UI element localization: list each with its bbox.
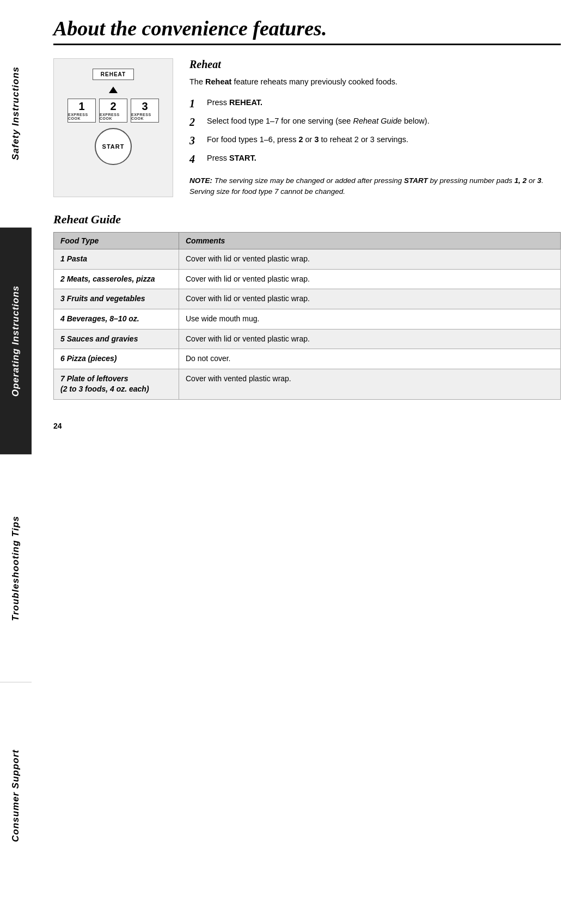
- reheat-guide-heading: Reheat Guide: [53, 212, 561, 227]
- sidebar-section-consumer: Consumer Support: [0, 682, 32, 910]
- food-type-cell: 5 Sauces and gravies: [54, 329, 179, 349]
- main-content: About the convenience features. REHEAT 1…: [32, 0, 588, 909]
- reheat-intro: The Reheat feature reheats many previous…: [189, 76, 561, 88]
- top-section: REHEAT 1 EXPRESS COOK 2 EXPRESS COOK 3 E…: [53, 58, 561, 197]
- step-1-text: Press REHEAT.: [207, 97, 262, 109]
- keypad-illustration: REHEAT 1 EXPRESS COOK 2 EXPRESS COOK 3 E…: [53, 58, 173, 197]
- reheat-heading: Reheat: [189, 58, 561, 71]
- food-type-cell: 2 Meats, casseroles, pizza: [54, 269, 179, 289]
- sidebar-label-safety: Safety Instructions: [10, 66, 21, 160]
- sidebar-label-operating: Operating Instructions: [10, 285, 21, 396]
- comment-cell: Cover with vented plastic wrap.: [179, 369, 561, 399]
- page-number: 24: [53, 422, 561, 430]
- reheat-label: REHEAT: [93, 69, 134, 80]
- button-1-label: EXPRESS COOK: [68, 113, 95, 120]
- button-2-number: 2: [110, 101, 116, 112]
- steps-list: 1 Press REHEAT. 2 Select food type 1–7 f…: [189, 97, 561, 166]
- comment-cell: Cover with lid or vented plastic wrap.: [179, 329, 561, 349]
- sidebar-section-troubleshooting: Troubleshooting Tips: [0, 455, 32, 682]
- reheat-guide-section: Reheat Guide Food Type Comments 1 PastaC…: [53, 212, 561, 400]
- comment-cell: Do not cover.: [179, 349, 561, 369]
- reheat-note: NOTE: The serving size may be changed or…: [189, 175, 561, 198]
- step-2-text: Select food type 1–7 for one serving (se…: [207, 115, 430, 127]
- start-button-label: START: [102, 143, 125, 150]
- table-row: 2 Meats, casseroles, pizzaCover with lid…: [54, 269, 561, 289]
- table-row: 5 Sauces and graviesCover with lid or ve…: [54, 329, 561, 349]
- step-2: 2 Select food type 1–7 for one serving (…: [189, 115, 561, 129]
- step-3: 3 For food types 1–6, press 2 or 3 to re…: [189, 134, 561, 147]
- step-4: 4 Press START.: [189, 152, 561, 166]
- button-2-label: EXPRESS COOK: [100, 113, 127, 120]
- col-comments: Comments: [179, 233, 561, 249]
- step-3-number: 3: [189, 134, 201, 147]
- food-type-cell: 6 Pizza (pieces): [54, 349, 179, 369]
- page-title: About the convenience features.: [53, 16, 561, 40]
- sidebar-label-troubleshooting: Troubleshooting Tips: [10, 516, 21, 621]
- sidebar-section-safety: Safety Instructions: [0, 0, 32, 228]
- button-1-number: 1: [78, 101, 84, 112]
- step-1: 1 Press REHEAT.: [189, 97, 561, 110]
- table-row: 6 Pizza (pieces)Do not cover.: [54, 349, 561, 369]
- title-divider: [53, 44, 561, 45]
- comment-cell: Cover with lid or vented plastic wrap.: [179, 289, 561, 309]
- reheat-instructions: Reheat The Reheat feature reheats many p…: [189, 58, 561, 197]
- button-1: 1 EXPRESS COOK: [68, 99, 96, 123]
- number-buttons-row: 1 EXPRESS COOK 2 EXPRESS COOK 3 EXPRESS …: [68, 99, 159, 123]
- col-food-type: Food Type: [54, 233, 179, 249]
- table-row: 4 Beverages, 8–10 oz.Use wide mouth mug.: [54, 309, 561, 330]
- table-row: 7 Plate of leftovers(2 to 3 foods, 4 oz.…: [54, 369, 561, 399]
- comment-cell: Cover with lid or vented plastic wrap.: [179, 249, 561, 270]
- step-4-text: Press START.: [207, 152, 256, 164]
- step-3-text: For food types 1–6, press 2 or 3 to rehe…: [207, 134, 408, 146]
- comment-cell: Use wide mouth mug.: [179, 309, 561, 330]
- button-2: 2 EXPRESS COOK: [99, 99, 127, 123]
- sidebar: Safety Instructions Operating Instructio…: [0, 0, 32, 909]
- button-3-label: EXPRESS COOK: [131, 113, 158, 120]
- step-4-number: 4: [189, 152, 201, 166]
- triangle-up-icon: [109, 87, 118, 93]
- comment-cell: Cover with lid or vented plastic wrap.: [179, 269, 561, 289]
- sidebar-section-operating: Operating Instructions: [0, 228, 32, 455]
- step-1-number: 1: [189, 97, 201, 110]
- button-3-number: 3: [142, 101, 148, 112]
- reheat-bold: Reheat: [205, 77, 231, 86]
- table-row: 1 PastaCover with lid or vented plastic …: [54, 249, 561, 270]
- start-button: START: [95, 128, 132, 165]
- step-2-number: 2: [189, 115, 201, 129]
- table-row: 3 Fruits and vegetablesCover with lid or…: [54, 289, 561, 309]
- reheat-guide-table: Food Type Comments 1 PastaCover with lid…: [53, 232, 561, 400]
- food-type-cell: 4 Beverages, 8–10 oz.: [54, 309, 179, 330]
- table-header-row: Food Type Comments: [54, 233, 561, 249]
- food-type-cell: 7 Plate of leftovers(2 to 3 foods, 4 oz.…: [54, 369, 179, 399]
- sidebar-label-consumer: Consumer Support: [10, 749, 21, 842]
- food-type-cell: 1 Pasta: [54, 249, 179, 270]
- button-3: 3 EXPRESS COOK: [131, 99, 159, 123]
- food-type-cell: 3 Fruits and vegetables: [54, 289, 179, 309]
